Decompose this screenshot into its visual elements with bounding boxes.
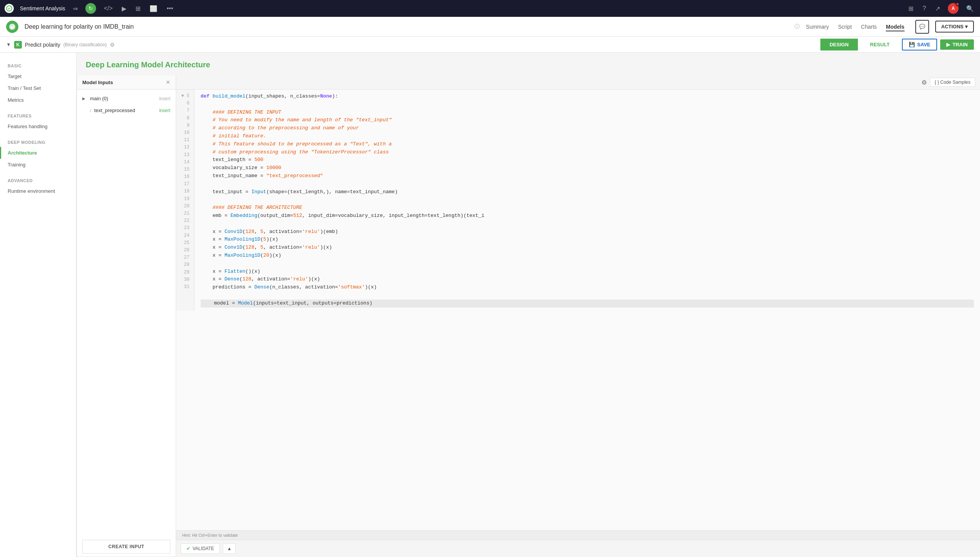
- code-line-9: # according to the preprocessing and nam…: [201, 124, 974, 132]
- code-line-16: [201, 180, 974, 188]
- code-line-5: def build_model(input_shapes, n_classes=…: [201, 93, 974, 101]
- code-line-6: [201, 101, 974, 109]
- input-main-name: main (0): [90, 96, 156, 101]
- code-line-11: # This feature should to be preprocessed…: [201, 140, 974, 148]
- expand-button[interactable]: ▲: [223, 543, 236, 554]
- script-link[interactable]: Script: [838, 22, 852, 31]
- code-line-18: [201, 196, 974, 204]
- charts-link[interactable]: Charts: [861, 22, 877, 31]
- code-line-7: #### DEFINING THE INPUT: [201, 109, 974, 117]
- notification-badge: [956, 2, 959, 6]
- user-avatar[interactable]: A: [948, 3, 959, 14]
- app-logo[interactable]: [5, 4, 14, 13]
- code-line-25: x = MaxPooling1D(20)(x): [201, 252, 974, 260]
- refresh-icon[interactable]: ↻: [85, 3, 96, 14]
- forward-icon[interactable]: ⇒: [71, 3, 79, 14]
- design-tab[interactable]: DESIGN: [820, 39, 858, 50]
- save-button[interactable]: 💾 SAVE: [902, 39, 937, 50]
- create-input-button[interactable]: CREATE INPUT: [82, 540, 170, 554]
- help-icon[interactable]: ?: [921, 3, 928, 13]
- sidebar-item-metrics[interactable]: Metrics: [0, 94, 76, 106]
- input-text-insert[interactable]: insert: [159, 108, 170, 113]
- code-icon[interactable]: </>: [102, 3, 114, 13]
- code-line-17: text_input = Input(shape=(text_length,),…: [201, 188, 974, 196]
- sidebar-section-advanced: ADVANCED: [0, 175, 76, 185]
- project-name: Deep learning for polarity on IMDB_train: [24, 23, 788, 30]
- sub-nav: Deep learning for polarity on IMDB_train…: [0, 17, 980, 37]
- breadcrumb-arrow: ▼: [6, 42, 11, 47]
- k-badge: K: [14, 41, 22, 49]
- list-item: ▶ I text_preprocessed insert: [77, 104, 176, 116]
- analytics-icon[interactable]: ↗: [934, 3, 942, 14]
- content-header: Deep Learning Model Architecture: [77, 53, 980, 75]
- breadcrumb-gear-icon[interactable]: ⚙: [110, 42, 115, 48]
- sidebar-item-train-test[interactable]: Train / Test Set: [0, 82, 76, 94]
- sidebar-item-target[interactable]: Target: [0, 70, 76, 82]
- models-link[interactable]: Models: [886, 22, 904, 31]
- editor-gear-icon[interactable]: ⚙: [921, 79, 927, 86]
- train-button[interactable]: ▶ TRAIN: [940, 39, 974, 50]
- code-content[interactable]: ▼ 5 6 7 8 9 10 11 12 13 14 15 16: [176, 90, 980, 530]
- validate-button[interactable]: ✔ VALIDATE: [181, 543, 220, 554]
- sidebar-item-architecture[interactable]: Architecture: [0, 147, 76, 159]
- result-tab[interactable]: RESULT: [861, 39, 899, 50]
- model-inputs-panel: Model Inputs ✕ ▶ main (0) insert ▶ I tex…: [77, 75, 176, 557]
- search-icon[interactable]: 🔍: [965, 3, 975, 14]
- code-line-31: model = Model(inputs=text_input, outputs…: [201, 300, 974, 308]
- code-line-14: vocabulary_size = 10000: [201, 164, 974, 172]
- code-line-8: # You need to modify the name and length…: [201, 116, 974, 124]
- breadcrumb-sub: (Binary classification): [63, 42, 106, 47]
- model-inputs-close[interactable]: ✕: [166, 79, 170, 85]
- sidebar: BASIC Target Train / Test Set Metrics FE…: [0, 53, 77, 557]
- train-play-icon: ▶: [946, 42, 950, 47]
- code-samples-button[interactable]: { } Code Samples: [930, 78, 975, 87]
- grid-icon[interactable]: ⊞: [134, 3, 142, 14]
- model-inputs-list: ▶ main (0) insert ▶ I text_preprocessed …: [77, 90, 176, 537]
- content-title: Deep Learning Model Architecture: [86, 60, 971, 69]
- list-item: ▶ main (0) insert: [77, 93, 176, 104]
- model-area: Model Inputs ✕ ▶ main (0) insert ▶ I tex…: [77, 75, 980, 557]
- sidebar-section-features: FEATURES: [0, 111, 76, 121]
- code-line-19: #### DEFINING THE ARCHITECTURE: [201, 204, 974, 212]
- play-icon[interactable]: ▶: [120, 3, 128, 14]
- italic-icon: I: [90, 108, 91, 113]
- apps-icon[interactable]: ⊞: [907, 3, 915, 14]
- code-line-29: predictions = Dense(n_classes, activatio…: [201, 283, 974, 292]
- code-toolbar: ⚙ { } Code Samples: [176, 75, 980, 90]
- code-line-15: text_input_name = "text_preprocessed": [201, 172, 974, 180]
- code-actions: ✔ VALIDATE ▲: [176, 540, 980, 557]
- app-name: Sentiment Analysis: [20, 5, 65, 11]
- summary-link[interactable]: Summary: [806, 22, 829, 31]
- content-area: Deep Learning Model Architecture Model I…: [77, 53, 980, 557]
- line-numbers: ▼ 5 6 7 8 9 10 11 12 13 14 15 16: [176, 90, 194, 311]
- code-line-24: x = Conv1D(128, 5, activation='relu')(x): [201, 244, 974, 252]
- check-icon: ✔: [186, 546, 190, 551]
- code-line-13: text_length = 500: [201, 156, 974, 164]
- comment-button[interactable]: 💬: [915, 20, 929, 34]
- code-body[interactable]: def build_model(input_shapes, n_classes=…: [194, 90, 980, 311]
- main-layout: BASIC Target Train / Test Set Metrics FE…: [0, 53, 980, 557]
- sidebar-item-features-handling[interactable]: Features handling: [0, 121, 76, 132]
- copy-icon[interactable]: ⬜: [148, 3, 159, 14]
- model-inputs-header: Model Inputs ✕: [77, 75, 176, 90]
- expand-icon[interactable]: ▶: [82, 96, 87, 101]
- code-lines: ▼ 5 6 7 8 9 10 11 12 13 14 15 16: [176, 90, 980, 311]
- sidebar-item-training[interactable]: Training: [0, 159, 76, 171]
- breadcrumb-bar: ▼ K Predict polarity (Binary classificat…: [0, 37, 980, 53]
- code-line-30: [201, 292, 974, 300]
- model-inputs-title: Model Inputs: [82, 80, 166, 85]
- code-line-21: [201, 220, 974, 228]
- code-line-22: x = Conv1D(128, 5, activation='relu')(em…: [201, 228, 974, 236]
- save-icon: 💾: [909, 42, 915, 47]
- code-line-20: emb = Embedding(output_dim=512, input_di…: [201, 212, 974, 220]
- code-line-23: x = MaxPooling1D(5)(x): [201, 236, 974, 244]
- breadcrumb-name: Predict polarity: [25, 42, 60, 48]
- sidebar-item-runtime[interactable]: Runtime environment: [0, 185, 76, 197]
- code-line-12: # custom preprocessing using the "Tokeni…: [201, 148, 974, 156]
- input-main-insert[interactable]: insert: [159, 96, 170, 101]
- expand-placeholder: ▶: [82, 108, 87, 112]
- actions-button[interactable]: ACTIONS ▾: [935, 21, 974, 33]
- info-icon[interactable]: ⓘ: [794, 23, 800, 30]
- more-icon[interactable]: •••: [165, 3, 175, 13]
- code-hint: Hint: Hit Ctrl+Enter to validate: [176, 530, 980, 540]
